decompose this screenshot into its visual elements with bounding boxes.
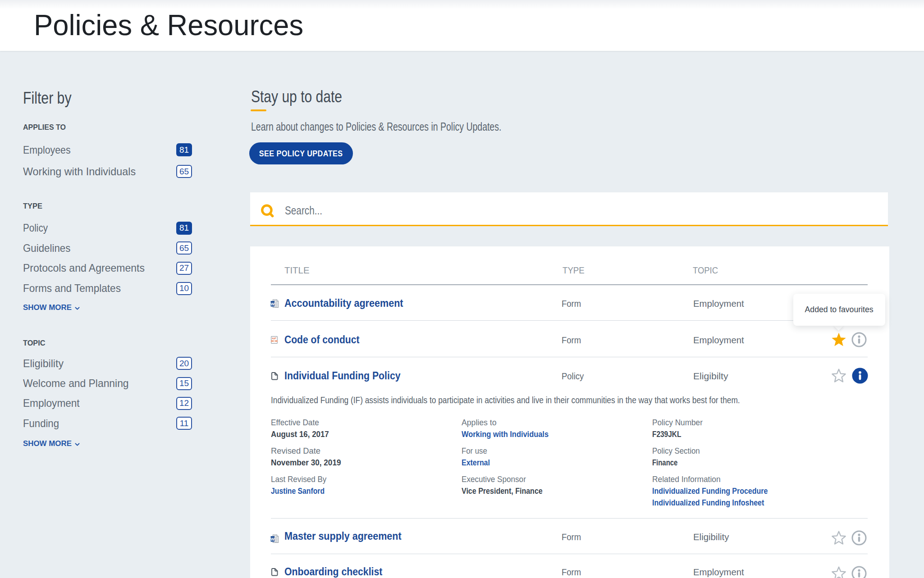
svg-text:W: W	[271, 302, 275, 306]
svg-text:W: W	[271, 537, 275, 542]
